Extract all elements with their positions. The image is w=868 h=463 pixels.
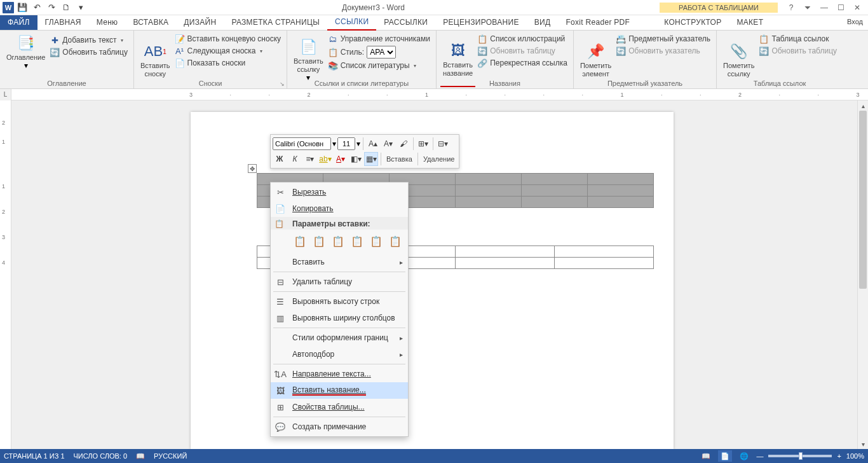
font-size-combo[interactable] [337, 137, 355, 150]
undo-button[interactable]: ↶ [31, 1, 43, 14]
ctx-distribute-rows[interactable]: ☰Выровнять высоту строк [271, 293, 408, 310]
zoom-level[interactable]: 100% [846, 452, 864, 460]
tab-view[interactable]: ВИД [527, 15, 559, 30]
manage-sources-button[interactable]: 🗂Управление источниками [326, 33, 432, 45]
cross-reference-button[interactable]: 🔗Перекрестная ссылка [475, 57, 569, 69]
zoom-in-button[interactable]: + [837, 452, 841, 460]
borders-button[interactable]: ▦▾ [364, 152, 378, 166]
caption-icon: 🖼 [448, 41, 468, 61]
new-doc-button[interactable]: 🗋 [60, 1, 72, 14]
page-status[interactable]: СТРАНИЦА 1 ИЗ 1 [4, 452, 65, 460]
table-of-figures-button[interactable]: 📋Список иллюстраций [475, 33, 569, 45]
paste-picture-button[interactable]: 📋 [330, 232, 346, 250]
ctx-insert[interactable]: Вставить▸ [271, 254, 408, 270]
tab-page-layout[interactable]: РАЗМЕТКА СТРАНИЦЫ [224, 15, 327, 30]
ctx-autofit[interactable]: Автоподбор▸ [271, 346, 408, 363]
minimize-button[interactable]: — [817, 2, 831, 13]
tab-insert[interactable]: ВСТАВКА [125, 15, 176, 30]
insert-index-button[interactable]: 📇Предметный указатель [614, 33, 712, 45]
ribbon-options-button[interactable]: ⏷ [801, 2, 815, 13]
scroll-down-icon[interactable]: ▾ [858, 439, 868, 449]
scrollbar-thumb[interactable] [859, 111, 867, 289]
paste-text-only-button[interactable]: 📋 [388, 232, 403, 250]
table-move-handle-icon[interactable]: ✥ [248, 164, 257, 173]
align-button[interactable]: ≡▾ [303, 152, 317, 166]
insert-table-button[interactable]: ⊞▾ [416, 137, 430, 151]
chevron-down-icon[interactable]: ▾ [332, 139, 336, 148]
qat-customize-icon[interactable]: ▾ [74, 1, 87, 14]
shading-button[interactable]: ◧▾ [349, 152, 363, 166]
dialog-launcher-icon[interactable]: ↘ [280, 81, 285, 87]
word-count[interactable]: ЧИСЛО СЛОВ: 0 [74, 452, 128, 460]
tab-table-layout[interactable]: МАКЕТ [729, 15, 771, 30]
vertical-ruler[interactable]: 21 12 34 [0, 100, 11, 449]
web-layout-button[interactable]: 🌐 [737, 450, 751, 462]
maximize-button[interactable]: ☐ [834, 2, 848, 13]
tab-references[interactable]: ССЫЛКИ [327, 15, 376, 31]
ctx-text-direction[interactable]: ⇅AНаправление текста... [271, 366, 408, 382]
vertical-scrollbar[interactable]: ▴ ▾ [857, 100, 868, 449]
mini-toolbar: ▾ ▾ A▴ A▾ 🖌 ⊞▾ ⊟▾ Ж К ≡▾ ab▾ A▾ ◧▾ ▦▾ Вс… [270, 134, 459, 169]
group-index: 📌 Пометить элемент 📇Предметный указатель… [574, 31, 717, 88]
paste-link-button[interactable]: 📋 [349, 232, 365, 250]
scroll-up-icon[interactable]: ▴ [858, 100, 868, 111]
ctx-table-properties[interactable]: ⊞Свойства таблицы... [271, 399, 408, 415]
zoom-slider[interactable] [768, 455, 832, 457]
read-mode-button[interactable]: 📖 [699, 450, 713, 462]
sign-in-link[interactable]: Вход [847, 18, 863, 25]
tab-mailings[interactable]: РАССЫЛКИ [376, 15, 435, 30]
bold-button[interactable]: Ж [273, 152, 287, 166]
update-index-button[interactable]: 🔄Обновить указатель [614, 45, 712, 57]
save-button[interactable]: 💾 [16, 1, 29, 14]
ctx-distribute-cols[interactable]: ▥Выровнять ширину столбцов [271, 310, 408, 326]
tab-table-design[interactable]: КОНСТРУКТОР [656, 15, 729, 30]
group-citations: 📄 Вставить ссылку ▾ 🗂Управление источник… [287, 31, 437, 88]
show-footnotes-button[interactable]: 📄Показать сноски [173, 57, 283, 69]
tab-menu[interactable]: Меню [89, 15, 126, 30]
update-captions-button[interactable]: 🔄Обновить таблицу [475, 45, 569, 57]
language-status[interactable]: РУССКИЙ [154, 452, 187, 460]
ctx-new-comment[interactable]: 💬Создать примечание [271, 418, 408, 435]
ctx-insert-caption[interactable]: 🖼Вставить название... [271, 382, 408, 399]
title-bar: W 💾 ↶ ↷ 🗋 ▾ Документ3 - Word РАБОТА С ТА… [0, 0, 868, 15]
bibliography-button[interactable]: 📚Список литературы▾ [326, 60, 432, 71]
ctx-copy[interactable]: 📄Копировать [271, 200, 408, 217]
ctx-border-styles[interactable]: Стили оформления границ▸ [271, 329, 408, 346]
close-button[interactable]: ✕ [850, 2, 864, 13]
help-button[interactable]: ? [784, 2, 798, 13]
font-color-button[interactable]: A▾ [334, 152, 348, 166]
paste-keep-source-button[interactable]: 📋 [292, 232, 308, 250]
font-combo[interactable] [273, 137, 331, 150]
add-text-button[interactable]: ✚Добавить текст▾ [48, 34, 130, 46]
format-painter-button[interactable]: 🖌 [397, 137, 410, 151]
tab-foxit[interactable]: Foxit Reader PDF [558, 15, 637, 30]
insert-endnote-button[interactable]: 📝Вставить концевую сноску [173, 33, 283, 45]
insert-group-label: Вставка [384, 155, 415, 163]
grow-font-button[interactable]: A▴ [366, 137, 380, 151]
tab-design[interactable]: ДИЗАЙН [176, 15, 224, 30]
delete-table-button[interactable]: ⊟▾ [436, 137, 450, 151]
redo-button[interactable]: ↷ [45, 1, 58, 14]
next-footnote-button[interactable]: A¹Следующая сноска▾ [173, 45, 283, 57]
ctx-delete-table[interactable]: ⊟Удалить таблицу [271, 273, 408, 290]
tab-review[interactable]: РЕЦЕНЗИРОВАНИЕ [435, 15, 527, 30]
zoom-out-button[interactable]: — [756, 452, 763, 460]
italic-button[interactable]: К [288, 152, 302, 166]
insert-toa-button[interactable]: 📋Таблица ссылок [757, 33, 839, 45]
chevron-down-icon[interactable]: ▾ [356, 139, 360, 148]
spellcheck-icon[interactable]: 📖 [136, 452, 145, 460]
tab-home[interactable]: ГЛАВНАЯ [37, 15, 89, 30]
toc-button[interactable]: 📑 Оглавление ▾ [4, 32, 48, 71]
citation-style-select[interactable]: APA [367, 46, 396, 59]
print-layout-button[interactable]: 📄 [718, 450, 732, 462]
refresh-icon: 🔄 [616, 46, 626, 56]
ctx-cut[interactable]: ✂Вырезать [271, 184, 408, 200]
tab-file[interactable]: ФАЙЛ [0, 15, 37, 30]
shrink-font-button[interactable]: A▾ [381, 137, 395, 151]
paste-merge-button[interactable]: 📋 [311, 232, 327, 250]
horizontal-ruler[interactable]: L 3 · · 2 · · 1 · · · · 1 · · 2 · · 3 · … [0, 89, 868, 100]
update-toa-button[interactable]: 🔄Обновить таблицу [757, 45, 839, 57]
highlight-button[interactable]: ab▾ [318, 152, 332, 166]
paste-nest-button[interactable]: 📋 [369, 232, 384, 250]
update-toc-button[interactable]: 🔄Обновить таблицу [48, 46, 130, 58]
